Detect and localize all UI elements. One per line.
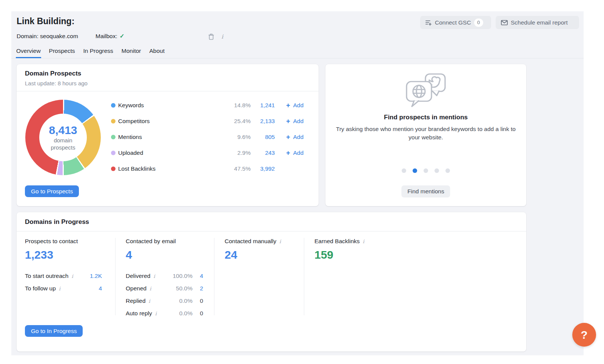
add-label: Add: [293, 102, 304, 109]
info-icon[interactable]: i: [155, 310, 157, 316]
carousel-dot[interactable]: [402, 168, 406, 173]
contacted-by-email-value[interactable]: 4: [126, 248, 203, 261]
list-add-icon: [425, 20, 432, 26]
contacted-manually-value[interactable]: 24: [225, 248, 304, 261]
contacted-manually-label: Contacted manually: [225, 238, 276, 245]
add-link[interactable]: Add: [275, 102, 307, 110]
contacted-manually-column: Contacted manuallyi 24: [225, 238, 304, 261]
legend-dot: [111, 103, 116, 108]
to-follow-up-row: To follow upi 4: [25, 282, 102, 295]
legend-percent: 9.6%: [224, 134, 251, 140]
mentions-title: Find prospects in mentions: [325, 114, 526, 121]
legend-count-link[interactable]: 243: [251, 150, 275, 156]
donut-center: 8,413 domain prospects: [39, 114, 87, 161]
legend-dot: [111, 135, 116, 139]
project-info-button[interactable]: i: [218, 32, 226, 41]
legend-label: Lost Backlinks: [118, 165, 224, 172]
auto-reply-row: Auto replyi 0.0% 0: [126, 307, 203, 319]
domains-in-progress-header: Domains in Progress: [17, 212, 526, 231]
delete-project-button[interactable]: [207, 32, 215, 41]
replied-count: 0: [193, 298, 203, 304]
legend-percent: 25.4%: [224, 118, 251, 125]
tab-monitor[interactable]: Monitor: [121, 47, 142, 58]
to-follow-up-label: To follow up: [25, 285, 56, 292]
domain-label: Domain: seoquake.com: [17, 33, 78, 40]
legend-count-link[interactable]: 2,133: [251, 118, 275, 125]
info-icon[interactable]: i: [279, 238, 281, 244]
mailbox-label: Mailbox:: [96, 33, 117, 39]
info-icon[interactable]: i: [59, 285, 60, 292]
earned-backlinks-value[interactable]: 159: [314, 248, 394, 261]
carousel-dot[interactable]: [413, 168, 417, 173]
legend-percent: 2.9%: [224, 150, 251, 156]
contacted-by-email-column: Contacted by email 4 Deliveredi 100.0% 4…: [126, 238, 203, 319]
to-follow-up-value[interactable]: 4: [99, 285, 102, 292]
legend-row-mentions: Mentions 9.6% 805 Add: [111, 129, 307, 145]
add-link[interactable]: Add: [275, 149, 307, 157]
carousel-dots: [325, 168, 526, 173]
legend-percent: 14.8%: [224, 102, 251, 109]
go-to-prospects-button[interactable]: Go to Prospects: [25, 185, 79, 197]
legend-row-lost-backlinks: Lost Backlinks 47.5% 3,992: [111, 161, 307, 177]
last-update-text: Last update: 8 hours ago: [25, 80, 310, 86]
legend-dot: [111, 119, 116, 123]
check-icon: ✓: [120, 33, 125, 39]
plus-icon: [286, 133, 293, 141]
legend-row-uploaded: Uploaded 2.9% 243 Add: [111, 145, 307, 161]
legend-count-link[interactable]: 805: [251, 134, 275, 140]
add-link[interactable]: Add: [275, 133, 307, 141]
to-start-outreach-value[interactable]: 1.2K: [90, 273, 102, 279]
connect-gsc-button[interactable]: Connect GSC 0: [420, 16, 491, 29]
domains-in-progress-card: Domains in Progress Prospects to contact…: [17, 212, 526, 352]
add-link[interactable]: Add: [275, 117, 307, 125]
mailbox-status: Mailbox:✓: [96, 33, 125, 40]
legend-dot: [111, 167, 116, 171]
speech-bubbles-illustration: [325, 72, 526, 111]
tab-prospects[interactable]: Prospects: [49, 47, 76, 58]
carousel-dot[interactable]: [445, 168, 450, 173]
legend-label: Keywords: [118, 102, 224, 109]
column-divider: [115, 238, 116, 315]
info-icon[interactable]: i: [71, 273, 73, 279]
plus-icon: [286, 149, 293, 157]
tab-about[interactable]: About: [149, 47, 165, 58]
find-mentions-button[interactable]: Find mentions: [401, 185, 450, 197]
opened-label: Opened: [126, 285, 146, 292]
delivered-count[interactable]: 4: [193, 273, 203, 279]
domain-prospects-header: Domain Prospects Last update: 8 hours ag…: [17, 64, 319, 91]
opened-count[interactable]: 2: [193, 285, 203, 292]
schedule-label: Schedule email report: [511, 19, 568, 26]
legend-count-link[interactable]: 1,241: [251, 102, 275, 109]
tab-overview[interactable]: Overview: [16, 47, 41, 58]
mentions-description: Try asking those who mention your brande…: [335, 125, 516, 142]
donut-center-label-2: prospects: [51, 144, 75, 151]
connect-gsc-label: Connect GSC: [435, 19, 471, 26]
replied-row: Repliedi 0.0% 0: [126, 295, 203, 307]
legend-dot: [111, 151, 116, 155]
info-icon[interactable]: i: [149, 298, 150, 304]
opened-row: Openedi 50.0% 2: [126, 282, 203, 295]
legend-label: Uploaded: [118, 150, 224, 156]
to-start-outreach-label: To start outreach: [25, 273, 68, 279]
carousel-dot[interactable]: [435, 168, 439, 173]
donut-total-value: 8,413: [49, 124, 77, 137]
legend-count-link[interactable]: 3,992: [251, 165, 275, 172]
carousel-dot[interactable]: [424, 168, 428, 173]
earned-backlinks-label: Earned Backlinks: [314, 238, 360, 245]
domain-prospects-card: Domain Prospects Last update: 8 hours ag…: [17, 64, 319, 206]
help-button[interactable]: ?: [572, 323, 596, 347]
add-label: Add: [293, 134, 304, 140]
info-icon: i: [222, 33, 223, 40]
schedule-email-report-button[interactable]: Schedule email report: [496, 16, 579, 29]
envelope-icon: [501, 20, 508, 25]
tab-in-progress[interactable]: In Progress: [83, 47, 114, 58]
prospects-to-contact-value[interactable]: 1,233: [25, 248, 102, 261]
go-to-in-progress-button[interactable]: Go to In Progress: [25, 325, 83, 337]
info-icon[interactable]: i: [363, 238, 364, 244]
add-label: Add: [293, 150, 304, 156]
donut-chart: 8,413 domain prospects: [25, 100, 101, 175]
info-icon[interactable]: i: [153, 273, 155, 279]
info-icon[interactable]: i: [149, 285, 151, 292]
donut-legend: Keywords 14.8% 1,241 Add Competitors 25.…: [111, 97, 307, 177]
domains-in-progress-title: Domains in Progress: [25, 218, 518, 226]
